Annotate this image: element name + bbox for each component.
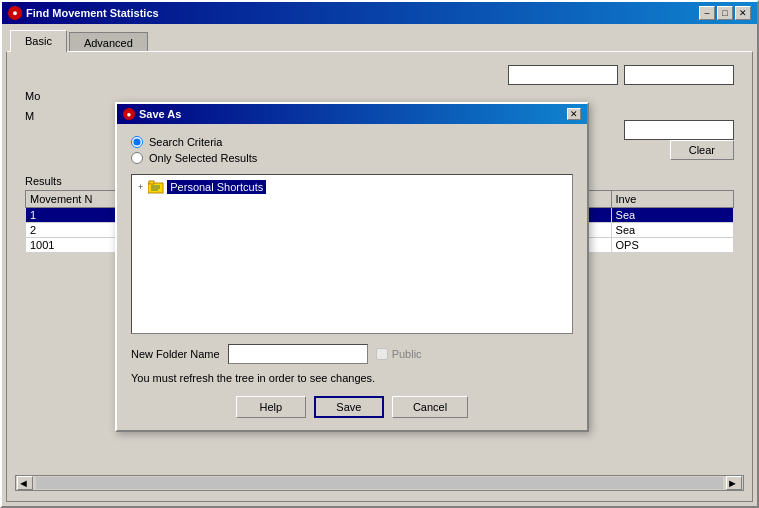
title-buttons: – □ ✕ [699, 6, 751, 20]
dialog-title: Save As [139, 108, 181, 120]
restore-button[interactable]: □ [717, 6, 733, 20]
dialog-app-icon: ● [123, 108, 135, 120]
public-checkbox-row: Public [376, 348, 422, 360]
bg-input-2[interactable] [624, 65, 734, 85]
minimize-button[interactable]: – [699, 6, 715, 20]
public-checkbox[interactable] [376, 348, 388, 360]
dialog-title-left: ● Save As [123, 108, 181, 120]
main-window: ● Find Movement Statistics – □ ✕ Basic A… [0, 0, 759, 508]
dialog-close-button[interactable]: ✕ [567, 108, 581, 120]
bg-labels: Mo M [25, 90, 40, 130]
dialog-buttons: Help Save Cancel [131, 396, 573, 418]
svg-rect-1 [149, 181, 154, 184]
help-button[interactable]: Help [236, 396, 306, 418]
tab-basic[interactable]: Basic [10, 30, 67, 52]
tree-view[interactable]: + Personal Shortcuts [131, 174, 573, 334]
clear-button[interactable]: Clear [670, 140, 734, 160]
radio-only-selected-label: Only Selected Results [149, 152, 257, 164]
tree-item-personal-shortcuts[interactable]: + Personal Shortcuts [136, 179, 568, 195]
refresh-message: You must refresh the tree in order to se… [131, 372, 573, 384]
radio-search-criteria-label: Search Criteria [149, 136, 222, 148]
save-as-dialog: ● Save As ✕ Search Criteria Only Selecte… [115, 102, 589, 432]
bg-middle-input[interactable] [624, 120, 734, 140]
bg-input-1[interactable] [508, 65, 618, 85]
public-label: Public [392, 348, 422, 360]
content-area: Mo M Clear Results Movement N Statistica… [6, 51, 753, 502]
save-button[interactable]: Save [314, 396, 384, 418]
cancel-button[interactable]: Cancel [392, 396, 468, 418]
radio-selected-results-row: Only Selected Results [131, 152, 573, 164]
new-folder-label: New Folder Name [131, 348, 220, 360]
dialog-title-bar: ● Save As ✕ [117, 104, 587, 124]
top-inputs [508, 65, 734, 85]
tab-bar: Basic Advanced [2, 24, 757, 51]
scrollbar-left-arrow[interactable]: ◄ [17, 476, 33, 490]
radio-search-criteria-row: Search Criteria [131, 136, 573, 148]
scrollbar-right-arrow[interactable]: ► [726, 476, 742, 490]
cell-col3: Sea [611, 223, 733, 238]
personal-shortcuts-label[interactable]: Personal Shortcuts [167, 180, 266, 194]
window-title: Find Movement Statistics [26, 7, 159, 19]
new-folder-row: New Folder Name Public [131, 344, 573, 364]
title-bar-left: ● Find Movement Statistics [8, 6, 159, 20]
mo-label: Mo [25, 90, 40, 102]
scrollbar-track[interactable] [36, 477, 723, 489]
cell-col3: Sea [611, 208, 733, 223]
tree-expander-icon[interactable]: + [138, 182, 143, 192]
col-header-inv: Inve [611, 191, 733, 208]
dialog-content: Search Criteria Only Selected Results + [117, 124, 587, 430]
tab-advanced[interactable]: Advanced [69, 32, 148, 53]
horizontal-scrollbar[interactable]: ◄ ► [15, 475, 744, 491]
radio-search-criteria[interactable] [131, 136, 143, 148]
m-label: M [25, 110, 40, 122]
radio-only-selected[interactable] [131, 152, 143, 164]
new-folder-input[interactable] [228, 344, 368, 364]
title-bar: ● Find Movement Statistics – □ ✕ [2, 2, 757, 24]
folder-icon [148, 180, 164, 194]
close-button[interactable]: ✕ [735, 6, 751, 20]
radio-group: Search Criteria Only Selected Results [131, 136, 573, 164]
cell-col3: OPS [611, 238, 733, 253]
app-icon: ● [8, 6, 22, 20]
